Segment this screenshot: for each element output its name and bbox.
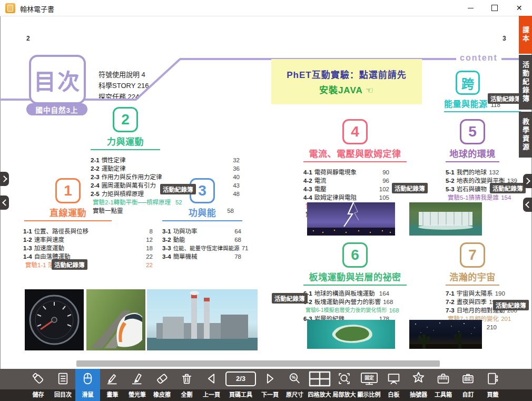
toc-row-title: 實驗2-1轉動平衡──槓桿原理 xyxy=(93,198,171,207)
toc-row[interactable]: 5-3岩石與礦物149 xyxy=(446,185,497,193)
toc-row[interactable]: 3-3位能、能量守恆定律與能源71 xyxy=(162,244,241,252)
toc-row-experiment[interactable]: 實驗5-1猜猜我是誰154 xyxy=(446,193,497,202)
back-to-toc-button[interactable]: 回目次 xyxy=(51,369,75,401)
page-forward-arrow-left-edge[interactable] xyxy=(0,172,9,186)
minimize-button[interactable] xyxy=(459,0,482,16)
toc-row[interactable]: 1-4自由落體運動22 xyxy=(23,252,153,261)
activity-badge[interactable]: 活動紀錄簿 xyxy=(272,293,308,304)
horizontal-scrollbar[interactable] xyxy=(76,360,440,367)
activity-badge[interactable]: 活動紀錄簿 xyxy=(490,183,526,193)
close-button[interactable]: ✕ xyxy=(507,0,531,16)
highlighter-icon xyxy=(130,369,144,388)
delete-all-button[interactable]: 全刪 xyxy=(174,369,199,401)
activity-badge[interactable]: 活動紀錄簿 xyxy=(52,259,87,270)
photo-power-plant xyxy=(147,289,258,350)
front-matter-item[interactable]: 符號使用說明 4 xyxy=(98,69,149,80)
front-matter-item[interactable]: 科學STORY 216 xyxy=(98,80,149,91)
toc-row-title: 運動定律 xyxy=(102,164,126,173)
cross-unit-title[interactable]: 能量與能源 xyxy=(444,97,488,110)
toc-row-title: 晝夜與四季 xyxy=(457,298,487,306)
toc-row[interactable]: 4-3電壓102 xyxy=(303,185,389,193)
toc-row-page: 210 xyxy=(485,323,497,331)
chapter-title[interactable]: 電流、電壓與歐姆定律 xyxy=(303,146,407,160)
chapter-title[interactable]: 浩瀚的宇宙 xyxy=(446,270,499,283)
toolbox-icon xyxy=(436,369,450,388)
toc-row-title: 功與功率 xyxy=(173,227,198,236)
maximize-button[interactable] xyxy=(482,0,506,16)
toc-row-page: 18 xyxy=(144,244,153,252)
toc-row-num: 4-1 xyxy=(303,168,312,177)
display-ratio-button[interactable]: 固定 顯示比例 xyxy=(357,369,381,401)
toc-row[interactable]: 7-3日地月的相對運動200 xyxy=(446,306,497,315)
whiteboard-button[interactable]: 白板 xyxy=(381,369,406,401)
photo-waterfall xyxy=(409,202,482,236)
toc-row[interactable]: 2-1慣性定律32 xyxy=(91,156,240,164)
front-matter-item[interactable]: 探究任務 224 xyxy=(98,91,149,102)
display-ratio-icon: 固定 xyxy=(360,369,379,388)
chapter-title[interactable]: 板塊運動與岩層的祕密 xyxy=(303,270,407,283)
chapter-title[interactable]: 地球的環境 xyxy=(446,146,499,160)
page-back-arrow-right-edge[interactable] xyxy=(523,198,532,212)
four-grid-zoom-button[interactable]: 四格放大 xyxy=(307,369,332,401)
tab-textbook[interactable]: 課本 xyxy=(519,16,532,54)
toc-row-page: 168 xyxy=(387,306,399,315)
activity-badge[interactable]: 活動紀錄簿 xyxy=(493,300,529,310)
toc-row[interactable]: 3-2動能68 xyxy=(162,236,241,244)
toc-row[interactable]: 3-4簡單機械78 xyxy=(162,252,241,261)
toc-row[interactable]: 4-4歐姆定律與電阻105 xyxy=(303,193,389,202)
toc-row-experiment[interactable]: 實驗1-1 落體運動22 xyxy=(23,261,153,269)
toc-row[interactable]: 6-2板塊運動與內營力的影響168 xyxy=(303,298,389,306)
toc-row-num: 5-2 xyxy=(446,177,455,185)
toc-row[interactable]: 3-1功與功率64 xyxy=(162,227,241,236)
mouse-tool-button[interactable]: 滑鼠 xyxy=(75,369,100,401)
chapter-title[interactable]: 力與運動 xyxy=(91,134,160,148)
page-back-arrow-left-edge[interactable] xyxy=(0,195,9,210)
save-button[interactable]: 儲存 xyxy=(26,369,51,401)
photo-train xyxy=(86,289,145,350)
toc-row[interactable]: 2-2運動定律36 xyxy=(91,164,240,173)
activity-badge[interactable]: 活動紀錄簿 xyxy=(392,183,428,193)
original-size-button[interactable]: % 原尺寸 xyxy=(282,369,307,401)
tab-activity-workbook[interactable]: 活動紀錄簿 xyxy=(519,55,532,110)
toolbox-button[interactable]: 工具箱 xyxy=(431,369,456,401)
eraser-tool-button[interactable]: 橡皮擦 xyxy=(150,369,174,401)
page-number-tool[interactable]: 2/3 頁碼工具 xyxy=(224,369,258,401)
toc-row[interactable]: 5-2地表的改變與平衡139 xyxy=(446,177,497,185)
toc-row[interactable]: 7-1宇宙與太陽系190 xyxy=(446,289,497,298)
chapter-title[interactable]: 功與能 xyxy=(162,206,242,219)
custom-tools-button[interactable]: 自訂 自訂 xyxy=(456,369,480,401)
number-picker-button[interactable]: 7 工具箱 抽號器 xyxy=(406,369,431,401)
activity-badge[interactable]: 活動紀錄簿 xyxy=(488,93,524,104)
pen-tool-button[interactable]: 畫筆 xyxy=(100,369,125,401)
page-indicator[interactable]: 2/3 xyxy=(225,371,256,386)
toc-row[interactable]: 4-2電流96 xyxy=(303,177,389,185)
toc-row[interactable]: 7-2晝夜與四季196 xyxy=(446,298,497,306)
tab-teaching-resources[interactable]: 教學資源 xyxy=(519,112,532,158)
chapter-underline xyxy=(24,220,112,221)
chapter-underline xyxy=(446,161,499,162)
page-forward-arrow-right-edge[interactable] xyxy=(523,174,532,188)
toc-row-page: 22 xyxy=(144,261,153,269)
phet-note-line2[interactable]: 安裝JAVA ☜ xyxy=(319,83,374,96)
toc-row[interactable]: 1-2速率與速度12 xyxy=(23,236,153,244)
toc-row[interactable]: 6-1地球的構造與板塊運動164 xyxy=(303,289,389,298)
next-page-button[interactable]: 下一頁 xyxy=(258,369,282,401)
chapter-7: 7 浩瀚的宇宙 7-1宇宙與太陽系190 7-2晝夜與四季196 7-3日地月的… xyxy=(446,242,499,331)
toc-row[interactable]: 1-3加速度運動18 xyxy=(23,244,153,252)
page-tabs-button[interactable]: 頁籤 xyxy=(480,369,505,401)
trash-icon xyxy=(180,369,194,388)
toc-row[interactable]: 4-1電荷與靜電現象90 xyxy=(303,168,389,177)
photo-speedometer xyxy=(25,289,84,350)
area-zoom-button[interactable]: 局部放大 xyxy=(332,369,357,401)
toc-row-num: 3-4 xyxy=(162,252,171,261)
next-page-icon xyxy=(263,369,277,388)
right-page-number: 3 xyxy=(503,35,506,42)
toc-row[interactable]: 1-1位置、路徑長與位移8 xyxy=(23,227,153,236)
previous-page-button[interactable]: 上一頁 xyxy=(199,369,224,401)
chapter-underline xyxy=(162,220,242,221)
eraser-icon xyxy=(155,369,169,388)
activity-badge[interactable]: 活動紀錄簿 xyxy=(160,184,196,194)
highlighter-tool-button[interactable]: 螢光筆 xyxy=(125,369,150,401)
toc-row-experiment[interactable]: 實驗6-1模擬岩層受力後的變化情形168 xyxy=(303,306,389,315)
toc-row[interactable]: 5-1我們的地球132 xyxy=(446,168,497,177)
